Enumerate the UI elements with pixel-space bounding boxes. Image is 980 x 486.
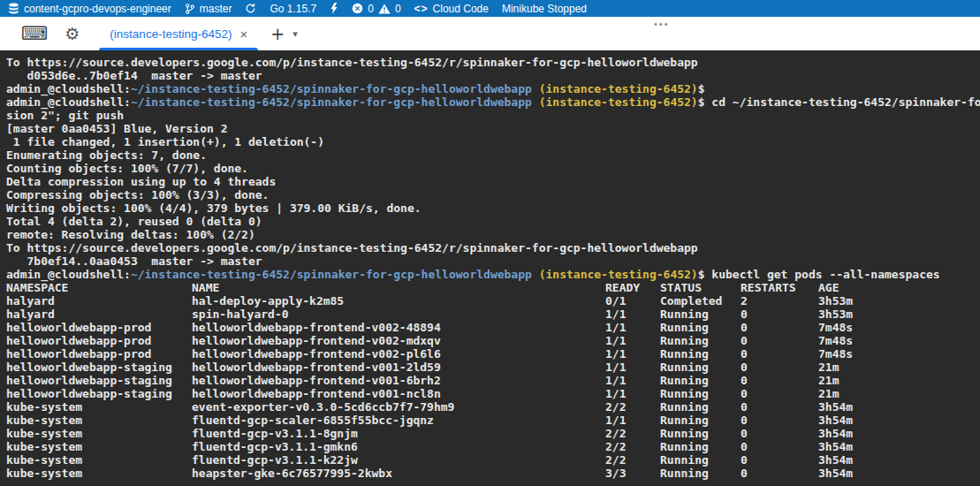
- pod-cell: Running: [660, 374, 709, 387]
- pod-cell: 0: [741, 467, 748, 480]
- pod-row: halyardspin-halyard-01/1Running03h53m: [6, 308, 980, 321]
- terminal-line: To https://source.developers.google.com/…: [6, 241, 980, 254]
- pod-cell: helloworldwebapp-frontend-v001-2ld59: [192, 361, 441, 374]
- cloud-code-label: Cloud Code: [433, 3, 489, 15]
- pod-row: kube-systemfluentd-gcp-v3.1.1-8gnjm2/2Ru…: [6, 427, 980, 440]
- keyboard-icon[interactable]: ⌨: [21, 23, 48, 44]
- pod-cell: 0: [741, 453, 748, 467]
- pod-cell: NAMESPACE: [6, 281, 68, 294]
- pod-cell: AGE: [818, 281, 839, 294]
- pod-cell: 1/1: [605, 414, 626, 427]
- terminal-output[interactable]: To https://source.developers.google.com/…: [0, 50, 980, 486]
- pod-cell: Running: [660, 453, 709, 467]
- pod-cell: helloworldwebapp-prod: [6, 334, 151, 347]
- pod-cell: heapster-gke-6c76577995-2kwbx: [192, 467, 392, 480]
- pod-cell: 0: [741, 427, 748, 440]
- cloud-code-button[interactable]: <> Cloud Code: [414, 3, 489, 15]
- git-branch-indicator[interactable]: master: [185, 3, 232, 15]
- run-on-save-button[interactable]: [330, 3, 338, 14]
- pod-cell: helloworldwebapp-frontend-v001-6brh2: [192, 374, 441, 387]
- pod-cell: STATUS: [660, 281, 702, 294]
- pod-cell: helloworldwebapp-frontend-v002-pl6l6: [192, 347, 441, 361]
- pod-cell: 2/2: [605, 427, 626, 440]
- pod-cell: 2/2: [605, 440, 626, 453]
- pod-cell: 1/1: [605, 321, 626, 334]
- close-tab-icon[interactable]: ×: [239, 27, 247, 41]
- pod-cell: 1/1: [605, 361, 626, 374]
- git-branch-icon: [185, 3, 195, 15]
- terminal-line: d053d6e..7b0ef14 master -> master: [6, 69, 980, 82]
- pod-row: kube-systemfluentd-gcp-v3.1.1-gmkn62/2Ru…: [6, 440, 980, 453]
- pod-cell: Running: [660, 347, 709, 361]
- chevron-down-icon[interactable]: ▾: [292, 28, 298, 40]
- pod-row: helloworldwebapp-staginghelloworldwebapp…: [6, 361, 980, 374]
- pod-cell: Running: [660, 414, 709, 427]
- pod-cell: helloworldwebapp-staging: [6, 361, 172, 374]
- more-options-icon[interactable]: •••: [654, 19, 670, 29]
- pod-cell: Running: [660, 387, 709, 400]
- add-terminal-tab-button[interactable]: +: [270, 24, 285, 43]
- pod-cell: Completed: [660, 294, 722, 308]
- pod-cell: 1/1: [605, 347, 626, 361]
- pod-cell: 3h54m: [818, 427, 853, 440]
- pod-cell: 7m48s: [818, 321, 853, 334]
- terminal-prompt-line: admin_@cloudshell:~/instance-testing-645…: [6, 82, 980, 95]
- terminal-tab-bar: ⌨ ⚙ (instance-testing-6452) × + ▾ •••: [0, 17, 980, 50]
- pod-cell: 0: [741, 414, 748, 427]
- terminal-line: 1 file changed, 1 insertion(+), 1 deleti…: [6, 135, 980, 148]
- pod-cell: halyard: [6, 308, 55, 321]
- pod-cell: kube-system: [6, 467, 82, 480]
- pod-cell: helloworldwebapp-frontend-v002-mdxqv: [192, 334, 441, 347]
- terminal-line: remote: Resolving deltas: 100% (2/2): [6, 228, 980, 241]
- pod-cell: 3h54m: [818, 414, 853, 427]
- pod-row: helloworldwebapp-prodhelloworldwebapp-fr…: [6, 321, 980, 334]
- pod-cell: kube-system: [6, 414, 82, 427]
- pod-cell: helloworldwebapp-frontend-v001-ncl8n: [192, 387, 441, 400]
- pod-cell: 1/1: [605, 387, 626, 400]
- terminal-line: Delta compression using up to 4 threads: [6, 175, 980, 188]
- pod-cell: 0: [741, 321, 748, 334]
- project-name: content-gcpro-devops-engineer: [24, 3, 171, 15]
- terminal-line: Writing objects: 100% (4/4), 379 bytes |…: [6, 201, 980, 215]
- pod-cell: 3h53m: [818, 308, 853, 321]
- pod-cell: helloworldwebapp-staging: [6, 387, 172, 400]
- pod-cell: Running: [660, 467, 709, 480]
- terminal-line: Enumerating objects: 7, done.: [6, 148, 980, 162]
- pod-cell: 2/2: [605, 400, 626, 414]
- pods-table-header: NAMESPACENAMEREADYSTATUSRESTARTSAGE: [6, 281, 980, 294]
- pod-row: kube-systemfluentd-gcp-scaler-6855f55bcc…: [6, 414, 980, 427]
- pod-cell: kube-system: [6, 440, 82, 453]
- pod-cell: 21m: [818, 374, 839, 387]
- pod-cell: halyard: [6, 294, 55, 308]
- pod-cell: 3h54m: [818, 400, 853, 414]
- terminal-tab-instance-testing-6452[interactable]: (instance-testing-6452) ×: [99, 17, 258, 50]
- pod-cell: hal-deploy-apply-k2m85: [192, 294, 344, 308]
- pod-cell: helloworldwebapp-prod: [6, 347, 151, 361]
- error-count: 0: [368, 3, 374, 15]
- pod-cell: fluentd-gcp-scaler-6855f55bcc-jgqnz: [192, 414, 434, 427]
- pod-cell: event-exporter-v0.3.0-5cd6ccb7f7-79hm9: [192, 400, 454, 414]
- problems-indicator[interactable]: 0 0: [352, 3, 400, 15]
- terminal-line: sion 2"; git push: [6, 109, 980, 122]
- pod-cell: 0/1: [605, 294, 626, 308]
- minikube-status[interactable]: Minikube Stopped: [502, 3, 587, 15]
- pod-cell: 2/2: [605, 453, 626, 467]
- pod-cell: NAME: [192, 281, 219, 294]
- pod-cell: fluentd-gcp-v3.1.1-8gnjm: [192, 427, 358, 440]
- pod-cell: 1/1: [605, 374, 626, 387]
- pod-row: kube-systemheapster-gke-6c76577995-2kwbx…: [6, 467, 980, 480]
- sync-icon: [245, 3, 256, 14]
- pod-cell: 3h53m: [818, 294, 853, 308]
- terminal-settings-gear-icon[interactable]: ⚙: [65, 24, 80, 43]
- pod-row: helloworldwebapp-staginghelloworldwebapp…: [6, 374, 980, 387]
- pod-cell: READY: [605, 281, 640, 294]
- pod-cell: 1/1: [605, 334, 626, 347]
- pod-cell: 0: [741, 400, 748, 414]
- project-selector[interactable]: content-gcpro-devops-engineer: [8, 3, 171, 15]
- sync-button[interactable]: [245, 3, 256, 14]
- pod-cell: 0: [741, 361, 748, 374]
- terminal-prompt-line: admin_@cloudshell:~/instance-testing-645…: [6, 268, 980, 281]
- cloud-shell-window: content-gcpro-devops-engineer master Go …: [0, 0, 980, 486]
- go-version-indicator[interactable]: Go 1.15.7: [270, 3, 316, 15]
- pod-cell: 0: [741, 347, 748, 361]
